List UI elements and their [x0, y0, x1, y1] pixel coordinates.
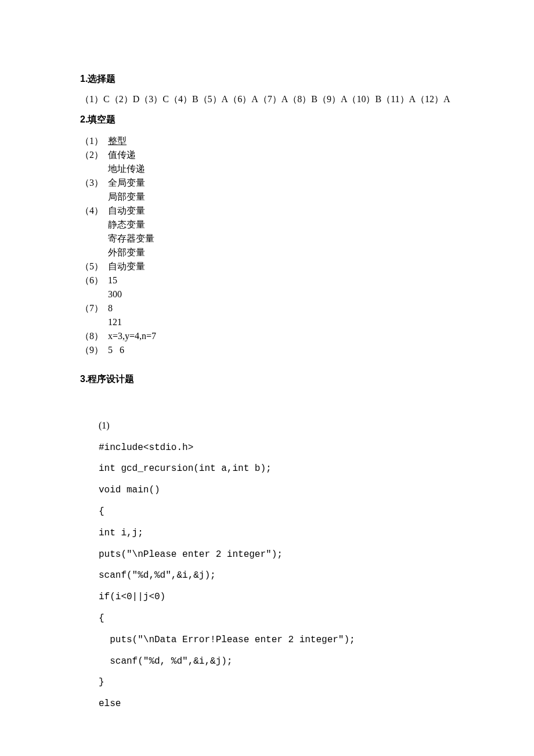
fill-num: （8） — [80, 329, 108, 343]
fill-sub: 静态变量 — [80, 218, 459, 232]
code-line: scanf("%d, %d",&i,&j); — [99, 656, 232, 667]
code-line: puts("\nData Error!Please enter 2 intege… — [99, 635, 355, 645]
fill-sub: 局部变量 — [80, 190, 459, 204]
fill-val: 15 — [108, 273, 117, 287]
program-code-block: (1) #include<stdio.h> int gcd_recursion(… — [80, 394, 459, 715]
code-line: { — [99, 506, 104, 517]
fill-row-4: （4） 自动变量 — [80, 204, 459, 218]
fill-sub: 121 — [80, 315, 459, 329]
code-line: int i,j; — [99, 528, 143, 538]
fill-row-9: （9） 5 6 — [80, 343, 459, 357]
code-line: #include<stdio.h> — [99, 442, 193, 453]
fill-num: （4） — [80, 204, 108, 218]
fill-val: 8 — [108, 301, 113, 315]
fill-val: 全局变量 — [108, 176, 145, 190]
section-2-heading: 2.填空题 — [80, 114, 459, 126]
code-line: scanf("%d,%d",&i,&j); — [99, 570, 216, 581]
code-line: { — [99, 613, 104, 624]
code-line: else — [99, 699, 121, 709]
fill-row-6: （6） 15 — [80, 273, 459, 287]
section-1-heading: 1.选择题 — [80, 73, 459, 85]
fill-num: （5） — [80, 260, 108, 273]
fill-row-5: （5） 自动变量 — [80, 260, 459, 273]
fill-val: 值传递 — [108, 148, 136, 162]
fill-val: x=3,y=4,n=7 — [108, 329, 156, 343]
page-container: 1.选择题 （1）C（2）D（3）C（4）B（5）A（6）A（7）A（8）B（9… — [0, 0, 534, 756]
fill-val: 自动变量 — [108, 204, 145, 218]
fill-num: （3） — [80, 176, 108, 190]
fill-row-7: （7） 8 — [80, 301, 459, 315]
code-line: } — [99, 677, 104, 687]
fill-row-3: （3） 全局变量 — [80, 176, 459, 190]
fill-sub: 寄存器变量 — [80, 232, 459, 246]
fill-num: （6） — [80, 273, 108, 287]
fill-num: （1） — [80, 134, 108, 148]
fill-in-block: （1） 整型 （2） 值传递 地址传递 （3） 全局变量 局部变量 （4） 自动… — [80, 134, 459, 357]
code-line: if(i<0||j<0) — [99, 592, 165, 602]
fill-num: （2） — [80, 148, 108, 162]
section-3-heading: 3.程序设计题 — [80, 373, 459, 386]
code-line: int gcd_recursion(int a,int b); — [99, 463, 272, 474]
fill-sub: 外部变量 — [80, 246, 459, 260]
program-number: (1) — [99, 420, 110, 430]
fill-row-8: （8） x=3,y=4,n=7 — [80, 329, 459, 343]
code-line: void main() — [99, 485, 160, 495]
fill-val: 整型 — [108, 134, 127, 148]
fill-sub: 300 — [80, 287, 459, 301]
fill-num: （7） — [80, 301, 108, 315]
fill-sub: 地址传递 — [80, 162, 459, 176]
fill-val: 自动变量 — [108, 260, 145, 273]
fill-row-2: （2） 值传递 — [80, 148, 459, 162]
code-line: puts("\nPlease enter 2 integer"); — [99, 549, 283, 560]
fill-num: （9） — [80, 343, 108, 357]
fill-row-1: （1） 整型 — [80, 134, 459, 148]
fill-val: 5 6 — [108, 343, 124, 357]
choice-answers-line: （1）C（2）D（3）C（4）B（5）A（6）A（7）A（8）B（9）A（10）… — [80, 93, 459, 106]
